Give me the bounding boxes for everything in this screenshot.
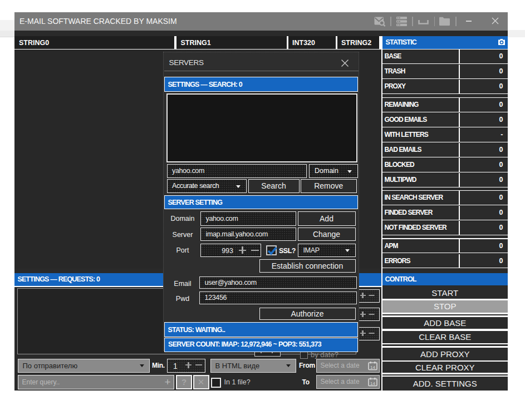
svg-text:14: 14 [370,381,375,386]
svg-text:14: 14 [370,365,375,370]
